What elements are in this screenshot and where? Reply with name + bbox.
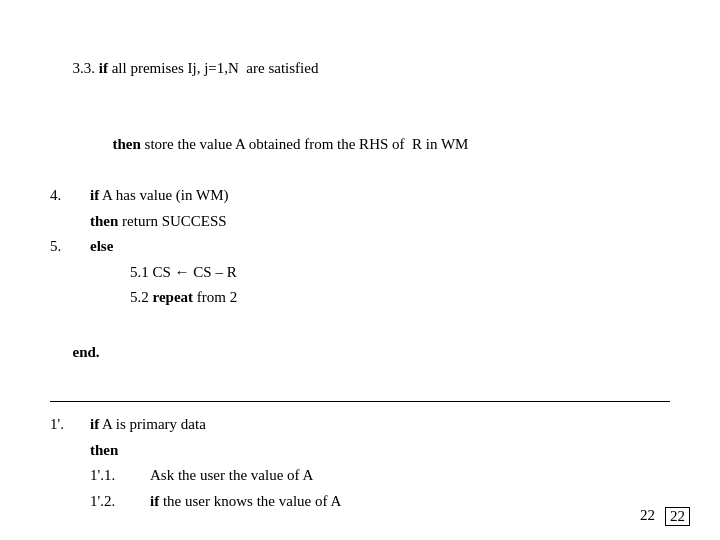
sub1-label: 1'.1. bbox=[90, 463, 150, 489]
block1: 3.3. if all premises Ij, j=1,N are satis… bbox=[50, 30, 670, 391]
item1prime-if: if A is primary data bbox=[90, 412, 401, 438]
item4-line1: if A has value (in WM) bbox=[90, 183, 228, 209]
end-line: end. bbox=[50, 315, 670, 392]
item1prime-label: 1'. bbox=[50, 412, 90, 540]
sub1: 1'.1. Ask the user the value of A bbox=[90, 463, 401, 489]
sub2-then: then - store this value in WM bbox=[150, 514, 401, 540]
block2: 1'. if A is primary data then 1'.1. Ask … bbox=[50, 412, 670, 540]
main-content: 3.3. if all premises Ij, j=1,N are satis… bbox=[0, 0, 720, 540]
sub1-text: Ask the user the value of A bbox=[150, 463, 313, 489]
item1prime-body: if A is primary data then 1'.1. Ask the … bbox=[90, 412, 401, 540]
item5-else: else bbox=[90, 234, 237, 260]
section-divider bbox=[50, 401, 670, 402]
line-3-3-then: then store the value A obtained from the… bbox=[50, 107, 670, 184]
page-num-left: 22 bbox=[640, 507, 655, 526]
item4: 4. if A has value (in WM) then return SU… bbox=[50, 183, 670, 234]
page-numbers: 22 22 bbox=[640, 507, 690, 526]
text-3-3-if: 3.3. if all premises Ij, j=1,N are satis… bbox=[73, 60, 319, 76]
item5-2: 5.2 repeat from 2 bbox=[90, 285, 237, 311]
sub2: 1'.2. if the user knows the value of A t… bbox=[90, 489, 401, 541]
item4-label: 4. bbox=[50, 183, 90, 234]
page-num-right: 22 bbox=[665, 507, 690, 526]
item5: 5. else 5.1 CS ← CS – R 5.2 repeat from … bbox=[50, 234, 670, 311]
sub2-label: 1'.2. bbox=[90, 489, 150, 541]
item1prime: 1'. if A is primary data then 1'.1. Ask … bbox=[50, 412, 670, 540]
item5-label: 5. bbox=[50, 234, 90, 311]
item4-body: if A has value (in WM) then return SUCCE… bbox=[90, 183, 228, 234]
sub2-if: if the user knows the value of A bbox=[150, 489, 401, 515]
item1prime-then-label: then bbox=[90, 438, 401, 464]
line-3-3: 3.3. if all premises Ij, j=1,N are satis… bbox=[50, 30, 670, 107]
sub2-body: if the user knows the value of A then - … bbox=[150, 489, 401, 541]
item5-1: 5.1 CS ← CS – R bbox=[90, 260, 237, 286]
item4-line2: then return SUCCESS bbox=[90, 209, 228, 235]
item5-body: else 5.1 CS ← CS – R 5.2 repeat from 2 bbox=[90, 234, 237, 311]
